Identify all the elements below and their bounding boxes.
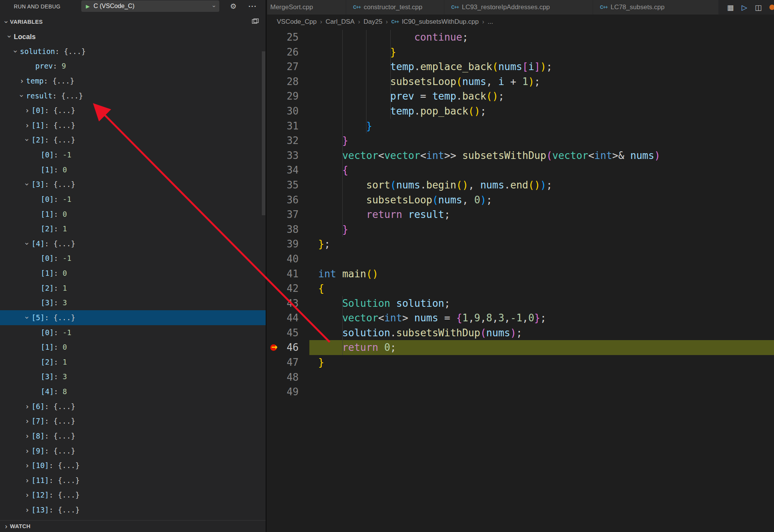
variable-row[interactable]: ›[9]: {...} xyxy=(0,444,266,458)
chevron-right-icon[interactable]: › xyxy=(23,488,31,503)
line-number[interactable]: 36 xyxy=(267,193,309,208)
variable-row[interactable]: ›[0]: {...} xyxy=(0,103,266,118)
code-text[interactable]: temp.emplace_back(nums[i]); xyxy=(309,59,774,74)
code-line[interactable]: 43 Solution solution; xyxy=(267,296,774,311)
variable-row[interactable]: [1]: 0 xyxy=(0,266,266,281)
chevron-right-icon[interactable]: › xyxy=(23,517,31,520)
line-number[interactable]: 43 xyxy=(267,296,309,311)
variable-row[interactable]: ›[8]: {...} xyxy=(0,429,266,444)
line-number[interactable]: 46→ xyxy=(267,340,309,355)
code-line[interactable]: 47} xyxy=(267,355,774,370)
chevron-right-icon[interactable]: › xyxy=(23,399,31,414)
line-number[interactable]: 31 xyxy=(267,119,309,134)
chevron-right-icon[interactable]: › xyxy=(23,444,31,458)
variable-row[interactable]: ›[14]: {...} xyxy=(0,517,266,520)
line-number[interactable]: 32 xyxy=(267,133,309,148)
line-number[interactable]: 28 xyxy=(267,74,309,89)
code-text[interactable]: vector<int> nums = {1,9,8,3,-1,0}; xyxy=(309,311,774,326)
code-line[interactable]: 40 xyxy=(267,252,774,267)
code-text[interactable] xyxy=(309,385,774,399)
code-text[interactable]: Solution solution; xyxy=(309,296,774,311)
variable-row[interactable]: ›[3]: {...} xyxy=(0,177,266,192)
code-text[interactable]: subsetsLoop(nums, 0); xyxy=(309,193,774,208)
code-line[interactable]: 45 solution.subsetsWithDup(nums); xyxy=(267,326,774,340)
breadcrumb-item[interactable]: VSCode_Cpp xyxy=(277,18,317,26)
chevron-down-icon[interactable]: › xyxy=(2,32,17,41)
chevron-down-icon[interactable]: › xyxy=(8,47,23,56)
variable-row[interactable]: ›[4]: {...} xyxy=(0,236,266,251)
code-text[interactable]: } xyxy=(309,45,774,60)
line-number[interactable]: 29 xyxy=(267,89,309,104)
watch-section-header[interactable]: › WATCH xyxy=(0,520,266,532)
chevron-right-icon[interactable]: › xyxy=(2,522,10,530)
variable-row[interactable]: ›[12]: {...} xyxy=(0,488,266,503)
chevron-down-icon[interactable]: › xyxy=(20,239,35,248)
variable-row[interactable]: [0]: -1 xyxy=(0,251,266,266)
code-line[interactable]: 49 xyxy=(267,385,774,399)
code-line[interactable]: 37 return result; xyxy=(267,207,774,222)
code-line[interactable]: 46→ return 0; xyxy=(267,340,774,355)
partial-icon[interactable] xyxy=(769,5,774,10)
chevron-down-icon[interactable]: › xyxy=(20,136,35,144)
breadcrumb-trailing[interactable]: ... xyxy=(488,18,493,26)
variable-row[interactable]: ›temp: {...} xyxy=(0,74,266,88)
debug-config-dropdown[interactable]: ▶ C (VSCode_C) › xyxy=(81,0,219,12)
chevron-right-icon[interactable]: › xyxy=(23,503,31,517)
tab-MergeSort.cpp[interactable]: MergeSort.cpp xyxy=(267,0,346,15)
variable-row[interactable]: ›[6]: {...} xyxy=(0,399,266,414)
code-line[interactable]: 42{ xyxy=(267,281,774,296)
line-number[interactable]: 25 xyxy=(267,30,309,45)
line-number[interactable]: 35 xyxy=(267,178,309,193)
line-number[interactable]: 27 xyxy=(267,59,309,74)
code-line[interactable]: 28 subsetsLoop(nums, i + 1); xyxy=(267,74,774,89)
line-number[interactable]: 48 xyxy=(267,370,309,385)
tab-constructor_test.cpp[interactable]: C++constructor_test.cpp xyxy=(346,0,444,15)
code-text[interactable]: subsetsLoop(nums, i + 1); xyxy=(309,74,774,89)
chevron-right-icon[interactable]: › xyxy=(23,473,31,488)
code-line[interactable]: 48 xyxy=(267,370,774,385)
line-number[interactable]: 49 xyxy=(267,385,309,399)
code-line[interactable]: 26 } xyxy=(267,45,774,60)
code-line[interactable]: 38 } xyxy=(267,222,774,237)
code-text[interactable]: prev = temp.back(); xyxy=(309,89,774,104)
code-text[interactable]: { xyxy=(309,281,774,296)
variable-row[interactable]: ›[10]: {...} xyxy=(0,458,266,473)
code-text[interactable]: solution.subsetsWithDup(nums); xyxy=(309,326,774,340)
code-line[interactable]: 41int main() xyxy=(267,267,774,282)
code-text[interactable] xyxy=(309,370,774,385)
chevron-right-icon[interactable]: › xyxy=(18,74,26,88)
variable-row[interactable]: ›solution: {...} xyxy=(0,44,266,59)
more-actions-icon[interactable]: ··· xyxy=(248,1,257,12)
variable-row[interactable]: [1]: 0 xyxy=(0,207,266,222)
code-text[interactable]: } xyxy=(309,133,774,148)
line-number[interactable]: 44 xyxy=(267,311,309,326)
line-number[interactable]: 45 xyxy=(267,326,309,340)
code-text[interactable]: } xyxy=(309,355,774,370)
variable-row[interactable]: [4]: 8 xyxy=(0,384,266,399)
line-number[interactable]: 42 xyxy=(267,281,309,296)
variable-row[interactable]: ›[5]: {...} xyxy=(0,310,266,325)
code-text[interactable]: temp.pop_back(); xyxy=(309,104,774,119)
code-text[interactable]: } xyxy=(309,119,774,134)
chevron-right-icon[interactable]: › xyxy=(23,414,31,429)
code-line[interactable]: 32 } xyxy=(267,133,774,148)
run-or-debug-icon[interactable]: ▷ xyxy=(741,3,747,12)
code-text[interactable]: vector<vector<int>> subsetsWithDup(vecto… xyxy=(309,148,774,163)
tab-LC78_subsets.cpp[interactable]: C++LC78_subsets.cpp xyxy=(593,0,719,15)
variable-row[interactable]: [2]: 1 xyxy=(0,355,266,370)
variable-row[interactable]: [0]: -1 xyxy=(0,192,266,207)
variable-row[interactable]: ›result: {...} xyxy=(0,88,266,103)
line-number[interactable]: 26 xyxy=(267,45,309,60)
chevron-down-icon[interactable]: › xyxy=(20,180,35,189)
line-number[interactable]: 37 xyxy=(267,207,309,222)
variable-row[interactable]: [0]: -1 xyxy=(0,147,266,162)
code-line[interactable]: 25 continue; xyxy=(267,30,774,45)
variable-row[interactable]: prev: 9 xyxy=(0,59,266,74)
panel-layout-icon[interactable] xyxy=(252,18,259,25)
tab-LC93_restoreIpAddresses.cpp[interactable]: C++LC93_restoreIpAddresses.cpp xyxy=(444,0,593,15)
code-text[interactable]: continue; xyxy=(309,30,774,45)
code-line[interactable]: 30 temp.pop_back(); xyxy=(267,104,774,119)
layout-grid-icon[interactable]: ▦ xyxy=(727,3,734,12)
variable-row[interactable]: [3]: 3 xyxy=(0,295,266,310)
code-text[interactable]: } xyxy=(309,222,774,237)
